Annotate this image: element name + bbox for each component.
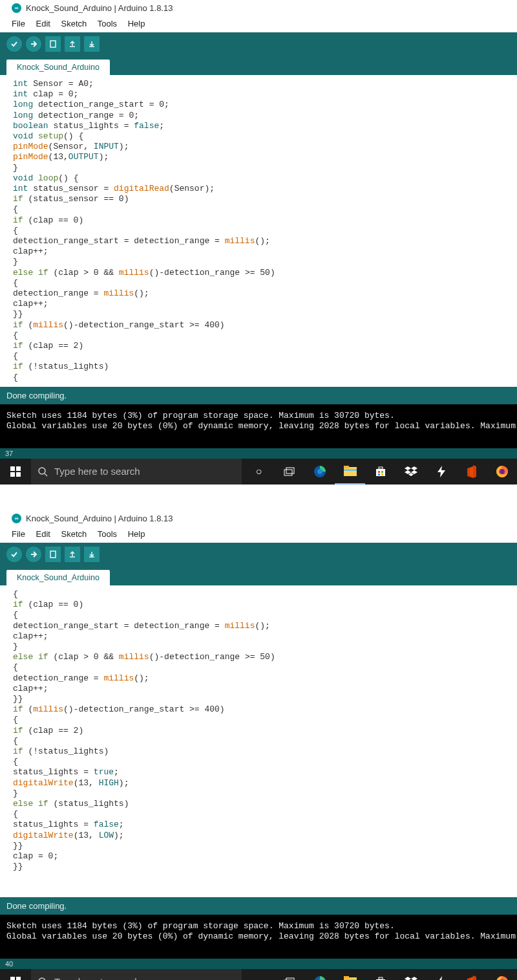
new-button[interactable]	[45, 547, 61, 562]
code: clap++;	[13, 299, 48, 309]
code: detection_range = 0;	[33, 111, 139, 120]
fn: millis	[103, 673, 134, 683]
kw: if	[13, 215, 23, 225]
svg-line-8	[45, 474, 47, 476]
office-icon[interactable]	[456, 969, 487, 980]
menu-help[interactable]: Help	[128, 529, 145, 539]
code: detection_range =	[13, 673, 103, 683]
cortana-icon[interactable]: ○	[244, 969, 274, 980]
dropbox-icon[interactable]	[396, 969, 426, 980]
file-explorer-icon[interactable]	[335, 969, 365, 980]
menu-edit[interactable]: Edit	[36, 19, 50, 28]
code-editor[interactable]: { if (clap == 0) { detection_range_start…	[0, 585, 517, 897]
open-button[interactable]	[65, 547, 80, 562]
code: ;	[119, 820, 124, 829]
firefox-icon[interactable]	[487, 969, 517, 980]
microsoft-store-icon[interactable]	[365, 969, 396, 980]
svg-rect-6	[16, 472, 21, 477]
code: }	[13, 642, 18, 651]
fn: loop	[38, 173, 58, 183]
code: (Sensor,	[48, 142, 94, 151]
svg-rect-0	[50, 41, 56, 47]
open-button[interactable]	[65, 36, 80, 52]
code: }	[13, 257, 18, 267]
code: status_lights =	[48, 121, 134, 131]
search-box[interactable]: Type here to search	[31, 459, 242, 485]
svg-rect-38	[344, 976, 349, 979]
menu-edit[interactable]: Edit	[36, 529, 50, 539]
line-number-footer: 40	[0, 959, 517, 969]
verify-button[interactable]	[6, 36, 22, 52]
task-view-icon[interactable]	[274, 969, 304, 980]
office-icon[interactable]	[456, 459, 487, 485]
lightning-icon[interactable]	[426, 969, 456, 980]
windows-taskbar: Type here to search ○	[0, 969, 517, 980]
svg-rect-28	[16, 977, 21, 980]
menu-sketch[interactable]: Sketch	[61, 19, 87, 28]
upload-button[interactable]	[26, 547, 41, 562]
code: (13,	[74, 778, 99, 788]
menu-tools[interactable]: Tools	[98, 19, 117, 28]
new-button[interactable]	[45, 36, 61, 52]
code: clap++;	[13, 631, 48, 641]
file-explorer-icon[interactable]	[335, 459, 365, 485]
toolbar	[0, 32, 517, 56]
arduino-window-1: ∞ Knock_Sound_Arduino | Arduino 1.8.13 F…	[0, 0, 517, 485]
code: clap++;	[13, 246, 48, 256]
status-bar: Done compiling.	[0, 387, 517, 404]
svg-rect-27	[10, 977, 15, 980]
const: INPUT	[94, 142, 119, 151]
code: (	[23, 320, 34, 330]
search-box[interactable]: Type here to search	[31, 969, 242, 980]
line-number-footer: 37	[0, 448, 517, 459]
code-editor[interactable]: int Sensor = A0; int clap = 0; long dete…	[0, 75, 517, 387]
lightning-icon[interactable]	[426, 459, 456, 485]
code: () {	[63, 131, 83, 141]
menu-tools[interactable]: Tools	[98, 529, 117, 539]
code: (clap == 2)	[23, 726, 84, 735]
menu-sketch[interactable]: Sketch	[61, 529, 87, 539]
svg-point-7	[39, 468, 45, 474]
firefox-icon[interactable]	[487, 459, 517, 485]
code: clap = 0;	[13, 851, 58, 861]
code: (status_lights)	[48, 799, 129, 809]
kw: else	[13, 799, 33, 809]
dropbox-icon[interactable]	[396, 459, 426, 485]
upload-button[interactable]	[26, 36, 41, 52]
save-button[interactable]	[84, 36, 100, 52]
svg-rect-13	[344, 467, 357, 476]
task-view-icon[interactable]	[274, 459, 304, 485]
fn: digitalRead	[114, 184, 169, 193]
fn: millis	[33, 320, 63, 330]
save-button[interactable]	[84, 547, 100, 562]
tab-bar: Knock_Sound_Arduino	[0, 566, 517, 585]
edge-icon[interactable]	[304, 969, 335, 980]
code: (Sensor);	[169, 184, 215, 193]
code: Sensor = A0;	[28, 79, 93, 89]
menu-file[interactable]: File	[12, 529, 25, 539]
code: (clap == 0)	[23, 215, 84, 225]
verify-button[interactable]	[6, 547, 22, 562]
fn: millis	[225, 236, 255, 246]
microsoft-store-icon[interactable]	[365, 459, 396, 485]
svg-rect-10	[286, 468, 294, 474]
code: {	[13, 226, 18, 235]
kw: if	[38, 799, 48, 809]
kw: else	[13, 652, 33, 662]
svg-rect-41	[379, 977, 383, 979]
fn: pinMode	[13, 142, 48, 151]
sketch-tab[interactable]: Knock_Sound_Arduino	[6, 570, 110, 585]
cortana-icon[interactable]: ○	[244, 459, 274, 485]
start-button[interactable]	[0, 969, 31, 980]
code: ;	[114, 767, 119, 777]
code: () {	[58, 173, 78, 183]
code: ();	[134, 289, 149, 298]
menu-file[interactable]: File	[12, 19, 25, 28]
svg-rect-3	[10, 466, 15, 471]
start-button[interactable]	[0, 459, 31, 485]
kw: if	[13, 320, 23, 330]
toolbar	[0, 543, 517, 566]
sketch-tab[interactable]: Knock_Sound_Arduino	[6, 60, 110, 75]
edge-icon[interactable]	[304, 459, 335, 485]
menu-help[interactable]: Help	[128, 19, 145, 28]
